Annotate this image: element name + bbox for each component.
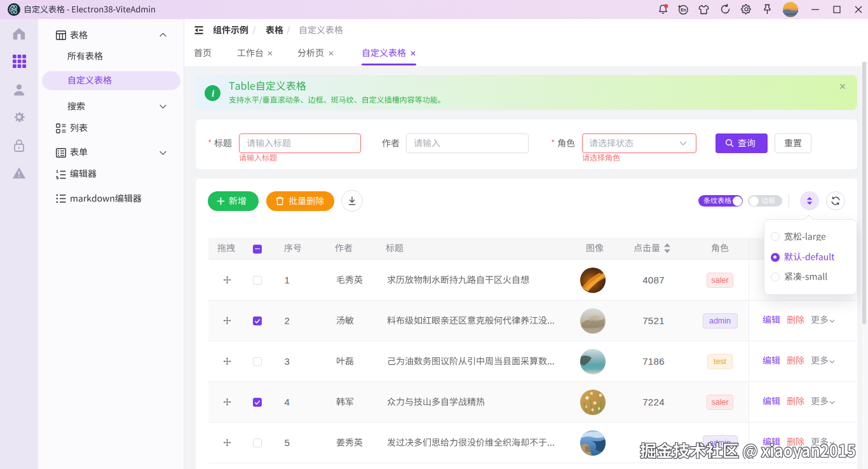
svg-text:En: En [681, 8, 686, 12]
